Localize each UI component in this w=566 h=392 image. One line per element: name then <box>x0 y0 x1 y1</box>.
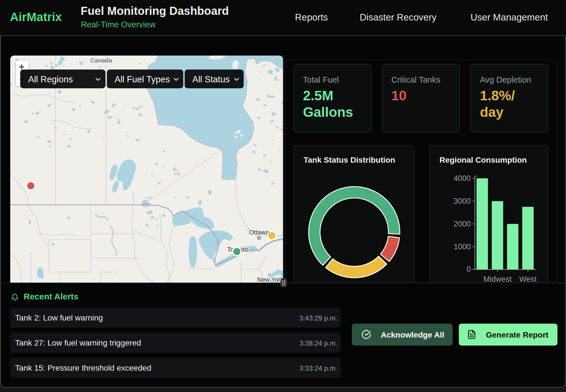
svg-text:New York: New York <box>257 276 283 283</box>
svg-text:Ottawa: Ottawa <box>249 229 269 236</box>
svg-text:4000: 4000 <box>454 174 471 183</box>
svg-text:0: 0 <box>467 265 471 273</box>
svg-text:West: West <box>519 275 537 283</box>
svg-text:2000: 2000 <box>454 220 471 228</box>
svg-text:Canada: Canada <box>90 57 112 64</box>
svg-text:1000: 1000 <box>454 242 471 251</box>
svg-text:Midwest: Midwest <box>483 275 512 283</box>
svg-text:3000: 3000 <box>454 197 471 205</box>
